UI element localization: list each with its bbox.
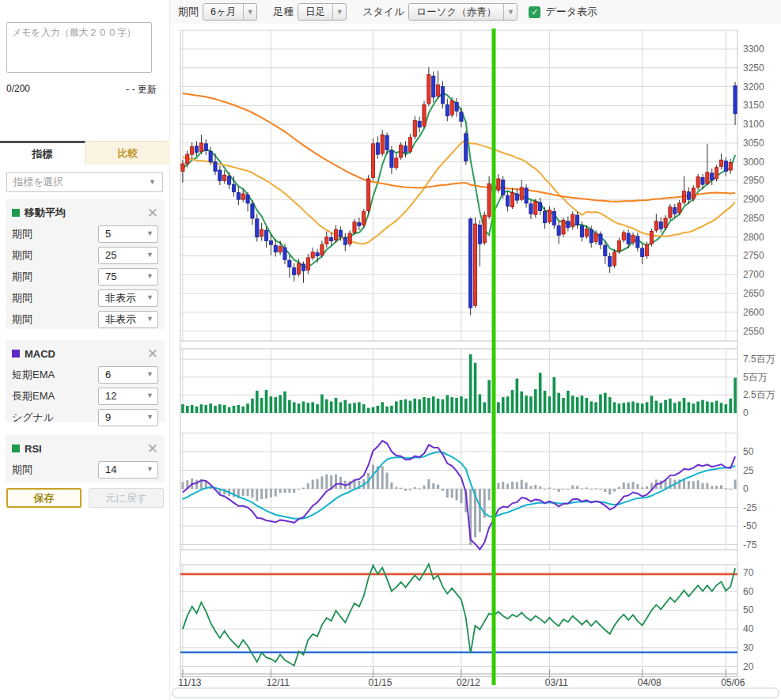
ma-period-1-select[interactable]: 5 ▼ (98, 225, 158, 243)
style-label: スタイル (362, 5, 404, 19)
style-dropdown[interactable]: ローソク（赤青） ▼ (408, 3, 518, 21)
indicator-select[interactable]: 指標を選択 ▼ (6, 172, 163, 192)
close-icon[interactable]: ✕ (147, 347, 158, 361)
close-icon[interactable]: ✕ (147, 206, 158, 220)
svg-text:30: 30 (743, 642, 754, 653)
ma-period-5-select[interactable]: 非表示 ▼ (98, 311, 158, 328)
chevron-down-icon[interactable]: ▼ (332, 4, 346, 20)
macd-fast-row: 短期EMA 6 ▼ (12, 364, 158, 385)
svg-text:25: 25 (743, 465, 754, 476)
chevron-down-icon: ▼ (146, 273, 154, 280)
chevron-down-icon: ▼ (146, 230, 154, 237)
ma-period-row-5: 期間 非表示 ▼ (12, 308, 158, 330)
close-icon[interactable]: ✕ (147, 442, 158, 456)
select-value: 14 (99, 464, 146, 475)
memo-char-counter: 0/200 (6, 83, 30, 96)
svg-text:11/13: 11/13 (178, 677, 201, 688)
svg-text:05/06: 05/06 (721, 677, 745, 688)
ma-period-row-3: 期間 75 ▼ (12, 266, 158, 287)
rsi-line (183, 564, 735, 665)
select-value: 9 (99, 411, 146, 423)
chevron-down-icon: ▼ (149, 179, 156, 186)
data-display-label: データ表示 (545, 5, 597, 19)
sidebar-tabs: 指標 比較 (0, 141, 170, 165)
macd-fast-select[interactable]: 6 ▼ (98, 366, 158, 384)
sidebar-buttons: 保存 元に戻す (6, 488, 164, 508)
range-scrollbar[interactable] (173, 688, 779, 698)
candles (181, 67, 737, 316)
chevron-down-icon: ▼ (146, 371, 154, 378)
chart-toolbar: 期間 6ヶ月 ▼ 足種 日足 ▼ スタイル ローソク（赤青） ▼ ✓ データ表示 (170, 0, 781, 24)
ma-period-row-1: 期間 5 ▼ (12, 223, 158, 244)
select-value: 12 (99, 390, 146, 402)
param-label: 期間 (12, 291, 32, 305)
svg-text:03/11: 03/11 (545, 677, 568, 688)
macd-legend-square-icon (12, 350, 20, 358)
ma-period-2-select[interactable]: 25 ▼ (98, 247, 158, 264)
chevron-down-icon: ▼ (146, 294, 154, 301)
rsi-legend-square-icon (12, 445, 20, 452)
macd-slow-select[interactable]: 12 ▼ (98, 388, 158, 405)
save-button[interactable]: 保存 (6, 488, 82, 508)
grid (180, 30, 737, 678)
memo-meta: 0/200 - - 更新 (6, 83, 157, 96)
svg-text:2650: 2650 (743, 288, 764, 299)
chevron-down-icon: ▼ (146, 316, 154, 323)
section-rsi-header: RSI ✕ (12, 438, 158, 459)
chevron-down-icon[interactable]: ▼ (243, 4, 256, 20)
tab-compare[interactable]: 比較 (85, 141, 170, 165)
bartype-dropdown[interactable]: 日足 ▼ (298, 3, 347, 21)
chevron-down-icon[interactable]: ▼ (503, 4, 517, 20)
svg-text:3250: 3250 (743, 62, 764, 74)
reset-button[interactable]: 元に戻す (89, 488, 164, 508)
svg-text:3100: 3100 (743, 119, 764, 130)
section-macd: MACD ✕ 短期EMA 6 ▼ 長期EMA 12 ▼ シグナル (6, 340, 165, 422)
svg-text:70: 70 (743, 567, 754, 578)
macd-signal-select[interactable]: 9 ▼ (98, 409, 158, 426)
memo-update-link[interactable]: - - 更新 (126, 83, 157, 96)
param-label: 長期EMA (12, 389, 55, 403)
svg-text:2800: 2800 (743, 232, 764, 243)
ma25-line (183, 140, 735, 244)
param-label: 期間 (12, 227, 32, 241)
svg-text:3000: 3000 (743, 157, 764, 168)
svg-text:0: 0 (743, 483, 749, 494)
chevron-down-icon: ▼ (146, 414, 154, 421)
chevron-down-icon: ▼ (146, 466, 154, 473)
volume-bars (181, 354, 737, 413)
svg-text:3200: 3200 (743, 81, 764, 93)
rsi-period-select[interactable]: 14 ▼ (98, 461, 158, 479)
bartype-label: 足種 (273, 5, 294, 19)
ma-period-row-2: 期間 25 ▼ (12, 244, 158, 266)
section-title: 移動平均 (25, 206, 66, 220)
ma-period-4-select[interactable]: 非表示 ▼ (98, 289, 158, 307)
period-dropdown[interactable]: 6ヶ月 ▼ (203, 3, 257, 21)
check-icon: ✓ (531, 7, 538, 17)
macd-slow-row: 長期EMA 12 ▼ (12, 385, 158, 407)
param-label: 期間 (12, 270, 32, 284)
macd-histogram (181, 465, 736, 546)
svg-text:02/12: 02/12 (457, 677, 480, 688)
period-value: 6ヶ月 (203, 6, 243, 19)
section-macd-header: MACD ✕ (12, 343, 158, 364)
ma-period-3-select[interactable]: 75 ▼ (98, 268, 158, 286)
svg-text:0: 0 (743, 407, 749, 418)
chevron-down-icon: ▼ (146, 392, 154, 399)
stock-chart[interactable]: 3300325032003150310030503000295029002850… (170, 24, 781, 700)
memo-input[interactable] (6, 22, 152, 73)
svg-text:3300: 3300 (743, 44, 764, 55)
svg-text:-50: -50 (743, 520, 757, 532)
param-label: 期間 (12, 248, 32, 263)
chart-region: 期間 6ヶ月 ▼ 足種 日足 ▼ スタイル ローソク（赤青） ▼ ✓ データ表示… (170, 0, 781, 700)
data-display-checkbox[interactable]: ✓ (529, 6, 540, 18)
svg-text:-75: -75 (743, 539, 757, 551)
svg-text:2750: 2750 (743, 250, 764, 261)
rsi-period-row: 期間 14 ▼ (12, 459, 158, 480)
select-value: 非表示 (99, 291, 146, 305)
section-moving-average-header: 移動平均 ✕ (12, 202, 158, 223)
svg-text:2700: 2700 (743, 269, 764, 280)
tab-indicators[interactable]: 指標 (0, 141, 85, 165)
svg-text:5百万: 5百万 (743, 372, 768, 383)
svg-text:3050: 3050 (743, 138, 764, 149)
svg-text:50: 50 (743, 446, 754, 457)
